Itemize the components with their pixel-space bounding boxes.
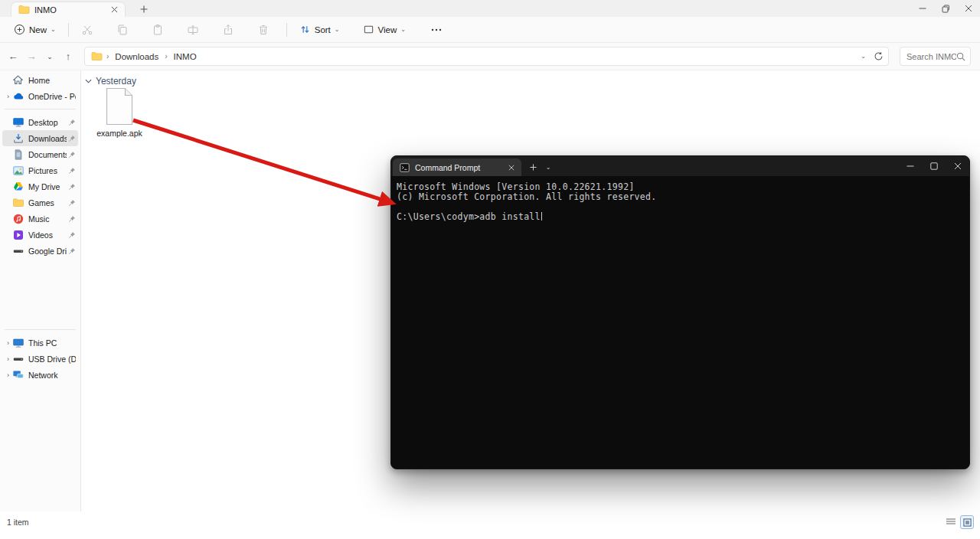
sidebar-item-documents[interactable]: Documents xyxy=(2,146,78,162)
group-header-yesterday[interactable]: Yesterday xyxy=(85,76,136,87)
sidebar-item-label: Documents xyxy=(28,150,67,159)
sidebar-item-label: OneDrive - Persona xyxy=(28,92,76,101)
pin-icon xyxy=(68,151,76,158)
forward-icon[interactable]: → xyxy=(23,47,40,66)
sidebar-item-music[interactable]: Music xyxy=(2,211,78,227)
expand-chevron-icon[interactable]: › xyxy=(4,93,12,100)
share-icon xyxy=(216,20,240,40)
terminal-new-tab-icon[interactable] xyxy=(526,160,540,174)
new-plus-icon xyxy=(14,24,25,35)
sidebar-item-label: Pictures xyxy=(28,166,67,175)
videos-icon xyxy=(12,229,24,241)
view-button-label: View xyxy=(378,25,397,34)
sidebar-item-videos[interactable]: Videos xyxy=(2,227,78,243)
explorer-toolbar: New ⌄ Sort ⌄ View ⌄ xyxy=(0,17,980,43)
terminal-minimize-icon[interactable] xyxy=(898,156,922,176)
back-icon[interactable]: ← xyxy=(5,47,21,66)
cut-icon xyxy=(75,20,100,40)
collapse-chevron-icon[interactable] xyxy=(85,79,92,83)
up-icon[interactable]: ↑ xyxy=(60,47,77,66)
sidebar-item-downloads[interactable]: Downloads xyxy=(2,130,78,146)
documents-icon xyxy=(12,149,24,161)
sidebar-item-network[interactable]: ›Network xyxy=(2,367,78,383)
sidebar-item-my-drive[interactable]: My Drive xyxy=(2,178,78,194)
sidebar-item-pictures[interactable]: Pictures xyxy=(2,162,78,178)
pictures-icon xyxy=(12,165,24,177)
new-button[interactable]: New ⌄ xyxy=(8,20,62,40)
refresh-icon[interactable] xyxy=(874,51,884,61)
restore-icon[interactable] xyxy=(934,0,957,17)
file-icon xyxy=(104,87,135,126)
item-count-label: 1 item xyxy=(7,518,29,527)
terminal-window[interactable]: Command Prompt ⌄ Microsoft Windows [Vers… xyxy=(390,155,970,469)
folder-icon xyxy=(18,5,30,15)
paste-icon xyxy=(145,20,170,40)
expand-chevron-icon[interactable]: › xyxy=(4,355,12,363)
explorer-sidebar: Home›OneDrive - PersonaDesktopDownloadsD… xyxy=(0,70,81,511)
terminal-line xyxy=(397,201,969,211)
gdrive-disk-icon xyxy=(12,245,24,257)
close-icon[interactable] xyxy=(957,0,980,17)
expand-chevron-icon[interactable]: › xyxy=(4,339,12,347)
breadcrumb-item-inmo[interactable]: INMO xyxy=(172,51,199,62)
more-options-icon[interactable] xyxy=(424,20,449,40)
terminal-close-icon[interactable] xyxy=(946,156,969,176)
sidebar-item-label: USB Drive (D:) xyxy=(28,354,76,364)
breadcrumb[interactable]: › Downloads › INMO ⌄ xyxy=(84,47,889,66)
copy-icon xyxy=(110,20,135,40)
view-icon xyxy=(363,24,374,35)
sidebar-item-onedrive-persona[interactable]: ›OneDrive - Persona xyxy=(2,88,78,104)
new-tab-button[interactable] xyxy=(138,3,150,15)
sidebar-divider xyxy=(5,109,76,109)
sidebar-item-desktop[interactable]: Desktop xyxy=(2,114,78,130)
toolbar-divider xyxy=(68,23,69,37)
terminal-tab-close-icon[interactable] xyxy=(505,162,517,173)
search-input[interactable]: Search INMO xyxy=(900,47,971,66)
sidebar-item-label: Google Drive (G: xyxy=(28,247,67,256)
explorer-window-controls xyxy=(911,0,980,17)
music-icon xyxy=(12,213,24,225)
network-icon xyxy=(12,369,24,381)
explorer-tab-inmo[interactable]: INMO xyxy=(11,2,126,17)
view-button[interactable]: View ⌄ xyxy=(357,20,412,40)
group-header-label: Yesterday xyxy=(96,76,136,87)
search-icon[interactable] xyxy=(956,52,965,61)
desktop-icon xyxy=(12,116,24,129)
terminal-tab[interactable]: Command Prompt xyxy=(393,158,521,176)
pin-icon xyxy=(68,135,76,142)
sidebar-item-google-drive-g[interactable]: Google Drive (G: xyxy=(2,243,78,259)
downloads-icon xyxy=(12,132,24,145)
tab-close-icon[interactable] xyxy=(108,4,120,16)
pin-icon xyxy=(68,199,76,207)
sidebar-item-games[interactable]: Games xyxy=(2,194,78,211)
terminal-caret xyxy=(541,212,542,220)
explorer-tab-strip: INMO xyxy=(0,0,980,17)
details-view-icon[interactable] xyxy=(944,515,958,529)
sidebar-item-usb-drive-d[interactable]: ›USB Drive (D:) xyxy=(2,351,78,367)
sidebar-item-this-pc[interactable]: ›This PC xyxy=(2,335,78,351)
terminal-maximize-icon[interactable] xyxy=(922,156,946,176)
terminal-output[interactable]: Microsoft Windows [Version 10.0.22621.19… xyxy=(391,176,969,221)
sort-button[interactable]: Sort ⌄ xyxy=(293,20,346,40)
terminal-titlebar[interactable]: Command Prompt ⌄ xyxy=(391,156,969,176)
sidebar-item-label: My Drive xyxy=(28,182,67,191)
minimize-icon[interactable] xyxy=(911,0,934,17)
pin-icon xyxy=(68,231,76,239)
expand-chevron-icon[interactable]: › xyxy=(4,371,12,379)
chevron-down-icon: ⌄ xyxy=(400,27,406,33)
delete-icon xyxy=(251,20,276,40)
mydrive-icon xyxy=(12,181,24,193)
file-example-apk[interactable]: example.apk xyxy=(88,87,151,138)
recent-locations-icon[interactable]: ⌄ xyxy=(41,47,58,66)
games-icon xyxy=(12,197,24,209)
onedrive-icon xyxy=(12,90,24,103)
sort-button-label: Sort xyxy=(315,25,331,34)
address-dropdown-icon[interactable]: ⌄ xyxy=(861,54,866,60)
sidebar-spacer xyxy=(0,259,80,325)
terminal-tab-dropdown-icon[interactable]: ⌄ xyxy=(541,160,555,174)
sidebar-item-label: This PC xyxy=(28,338,76,348)
thumbnail-view-icon[interactable] xyxy=(960,515,974,529)
sidebar-item-label: Downloads xyxy=(28,134,67,143)
breadcrumb-item-downloads[interactable]: Downloads xyxy=(113,51,161,62)
sidebar-item-home[interactable]: Home xyxy=(2,72,78,88)
